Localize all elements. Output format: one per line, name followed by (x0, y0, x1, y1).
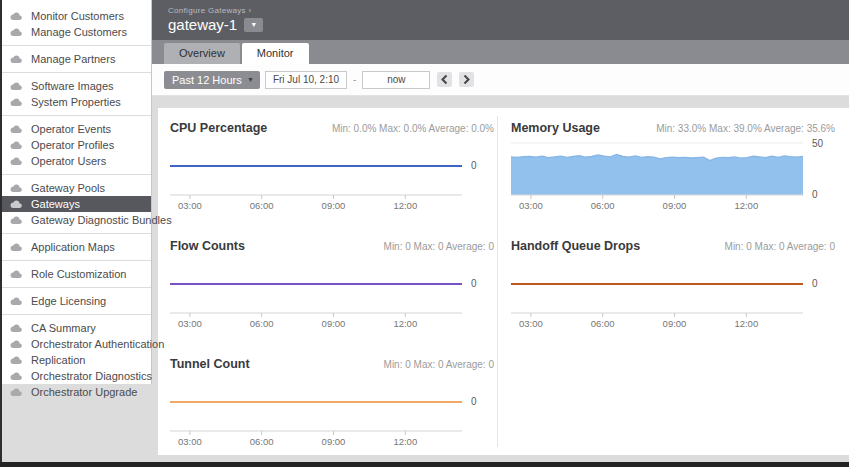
sidebar-item-orchestrator-authentication[interactable]: Orchestrator Authentication (0, 336, 151, 352)
tab-overview[interactable]: Overview (164, 43, 240, 64)
sidebar-divider (0, 260, 151, 261)
chart-cpu: CPU PercentageMin: 0.0% Max: 0.0% Averag… (170, 108, 494, 213)
charts-column-right: Memory UsageMin: 33.0% Max: 39.0% Averag… (498, 108, 849, 455)
svg-text:06:00: 06:00 (250, 318, 274, 329)
cloud-icon (9, 97, 24, 108)
sidebar-item-gateway-pools[interactable]: Gateway Pools (0, 180, 151, 196)
sidebar-item-gateway-diagnostic-bundles[interactable]: Gateway Diagnostic Bundles (0, 212, 151, 228)
chart-title: Handoff Queue Drops (511, 239, 640, 253)
page-header: Configure Gateways › gateway-1 ▾ (152, 0, 849, 40)
chart-plot-flow: 003:0006:0009:0012:00 (170, 257, 494, 331)
svg-text:12:00: 12:00 (393, 318, 417, 329)
gateway-selector-dropdown-button[interactable]: ▾ (244, 18, 263, 32)
sidebar-item-manage-partners[interactable]: Manage Partners (0, 51, 151, 67)
cloud-icon (9, 81, 24, 92)
svg-text:0: 0 (812, 278, 818, 289)
cloud-icon (9, 296, 24, 307)
svg-text:12:00: 12:00 (393, 200, 417, 211)
chart-title: Memory Usage (511, 121, 600, 135)
sidebar-item-system-properties[interactable]: System Properties (0, 94, 151, 110)
chart-plot-cpu: 003:0006:0009:0012:00 (170, 139, 494, 213)
cloud-icon (9, 387, 24, 398)
svg-text:0: 0 (471, 396, 477, 407)
previous-time-window-button[interactable] (437, 72, 452, 87)
chart-stats: Min: 0 Max: 0 Average: 0 (725, 241, 835, 252)
start-time-input[interactable] (265, 71, 347, 89)
cloud-icon (9, 27, 24, 38)
cloud-icon (9, 54, 24, 65)
sidebar-item-label: Role Customization (31, 268, 126, 280)
chart-plot-handoff: 003:0006:0009:0012:00 (511, 257, 835, 331)
sidebar-item-orchestrator-diagnostics[interactable]: Orchestrator Diagnostics (0, 368, 151, 384)
cloud-icon (9, 11, 24, 22)
sidebar-divider (0, 45, 151, 46)
sidebar-item-software-images[interactable]: Software Images (0, 78, 151, 94)
chart-title: Tunnel Count (170, 357, 250, 371)
chart-title: CPU Percentage (170, 121, 267, 135)
chart-handoff: Handoff Queue DropsMin: 0 Max: 0 Average… (511, 226, 835, 331)
tab-bar: OverviewMonitor (152, 40, 849, 64)
sidebar-item-label: Edge Licensing (31, 295, 106, 307)
window-left-edge (0, 0, 2, 467)
sidebar-item-operator-users[interactable]: Operator Users (0, 153, 151, 169)
chart-stats: Min: 0.0% Max: 0.0% Average: 0.0% (332, 123, 494, 134)
sidebar-item-operator-profiles[interactable]: Operator Profiles (0, 137, 151, 153)
sidebar-item-label: Operator Profiles (31, 139, 114, 151)
sidebar-item-label: Monitor Customers (31, 10, 124, 22)
chart-plot-tunnel: 003:0006:0009:0012:00 (170, 375, 494, 449)
svg-text:09:00: 09:00 (322, 436, 346, 447)
next-time-window-button[interactable] (459, 72, 474, 87)
sidebar-item-ca-summary[interactable]: CA Summary (0, 320, 151, 336)
sidebar-item-orchestrator-upgrade[interactable]: Orchestrator Upgrade (0, 384, 151, 400)
sidebar-nav: Monitor CustomersManage CustomersManage … (0, 0, 152, 384)
sidebar-item-monitor-customers[interactable]: Monitor Customers (0, 8, 151, 24)
cloud-icon (9, 371, 24, 382)
chevron-right-icon (462, 74, 471, 85)
cloud-icon (9, 199, 24, 210)
time-range-select[interactable]: Past 12 Hours ▼ (164, 71, 260, 89)
time-range-label: Past 12 Hours (172, 74, 242, 86)
svg-text:03:00: 03:00 (178, 436, 202, 447)
sidebar-item-label: Orchestrator Diagnostics (31, 370, 152, 382)
sidebar-item-label: Gateway Diagnostic Bundles (31, 214, 172, 226)
cloud-icon (9, 355, 24, 366)
page-title: gateway-1 (168, 16, 237, 33)
breadcrumb[interactable]: Configure Gateways › (168, 6, 251, 15)
time-range-separator: - (353, 74, 356, 85)
sidebar-item-label: Replication (31, 354, 85, 366)
sidebar-item-label: Manage Customers (31, 26, 127, 38)
cloud-icon (9, 124, 24, 135)
svg-text:09:00: 09:00 (322, 318, 346, 329)
sidebar-item-gateways[interactable]: Gateways (0, 196, 151, 212)
sidebar-item-replication[interactable]: Replication (0, 352, 151, 368)
svg-text:0: 0 (812, 189, 818, 200)
sidebar-item-label: Orchestrator Authentication (31, 338, 164, 350)
sidebar-divider (0, 314, 151, 315)
sidebar-item-role-customization[interactable]: Role Customization (0, 266, 151, 282)
cloud-icon (9, 156, 24, 167)
svg-text:09:00: 09:00 (663, 318, 687, 329)
window-bottom-edge (0, 462, 849, 467)
sidebar-item-edge-licensing[interactable]: Edge Licensing (0, 293, 151, 309)
sidebar-item-label: Gateways (31, 198, 80, 210)
tab-monitor[interactable]: Monitor (242, 43, 309, 64)
cloud-icon (9, 140, 24, 151)
sidebar-item-operator-events[interactable]: Operator Events (0, 121, 151, 137)
chart-plot-memory: 50003:0006:0009:0012:00 (511, 139, 835, 213)
chart-memory: Memory UsageMin: 33.0% Max: 39.0% Averag… (511, 108, 835, 213)
sidebar-item-manage-customers[interactable]: Manage Customers (0, 24, 151, 40)
end-time-input[interactable] (362, 71, 430, 89)
sidebar-divider (0, 233, 151, 234)
svg-text:0: 0 (471, 278, 477, 289)
sidebar-item-label: Orchestrator Upgrade (31, 386, 137, 398)
cloud-icon (9, 242, 24, 253)
chart-stats: Min: 0 Max: 0 Average: 0 (384, 241, 494, 252)
svg-text:03:00: 03:00 (178, 200, 202, 211)
svg-text:03:00: 03:00 (519, 200, 543, 211)
sidebar-item-application-maps[interactable]: Application Maps (0, 239, 151, 255)
cloud-icon (9, 183, 24, 194)
sidebar-item-label: Application Maps (31, 241, 115, 253)
sidebar-item-label: CA Summary (31, 322, 96, 334)
chevron-down-icon: ▼ (247, 76, 254, 83)
sidebar-item-label: Operator Events (31, 123, 111, 135)
